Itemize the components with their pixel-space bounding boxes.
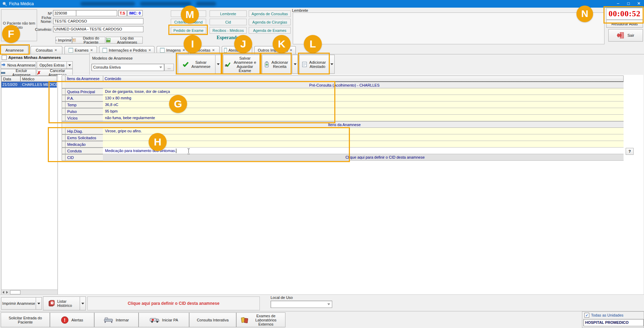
grid-value-vicios[interactable]: não fuma, bebe regularmente <box>103 115 624 121</box>
maximize-button[interactable]: □ <box>623 0 634 8</box>
new-anamnese-icon <box>1 63 6 67</box>
close-tab-icon[interactable]: ✕ <box>183 48 185 52</box>
grid-col-itens[interactable]: Ítens da Anamnese <box>65 76 103 82</box>
ficha-input[interactable]: 329098 <box>53 10 76 16</box>
imprimir-anamnese-button[interactable]: Imprimir Anamnese <box>1 297 36 310</box>
imprimir-anamnese-dropdown[interactable] <box>36 297 42 310</box>
history-col-data[interactable]: Data <box>1 76 20 82</box>
ts-button[interactable]: T.S <box>118 10 127 16</box>
alertas-button[interactable]: ! Alertas <box>50 312 94 327</box>
modelos-more-button[interactable]: ... <box>164 64 174 71</box>
annotation-badge-h: H <box>149 133 167 151</box>
todas-unidades-checkbox[interactable]: ✓ Todas as Unidades <box>584 313 624 318</box>
internar-button[interactable]: Internar <box>94 312 139 327</box>
log-das-anamneses-button[interactable]: ACTLOG Log das Anamneses <box>106 37 143 44</box>
grid-label-pulso[interactable]: Pulso <box>65 108 103 115</box>
agenda-de-cirurgias-button[interactable]: Agenda de Cirurgias <box>249 19 291 25</box>
grid-label-queixa[interactable]: Queixa Principal <box>65 88 103 95</box>
grid-value-hipdiag[interactable]: Virose, gripe ou afins. <box>103 128 624 134</box>
history-col-medico[interactable]: Médico <box>20 76 57 82</box>
svg-text:!: ! <box>64 317 65 323</box>
grid-label-medicacao[interactable]: Medicação <box>65 141 103 148</box>
solicitar-entrada-button[interactable]: Solicitar Entrada do Paciente <box>1 312 50 327</box>
redacted-title-text <box>196 2 216 6</box>
salvar-anamnese-dropdown[interactable] <box>215 55 221 74</box>
grid-label-conduta[interactable]: Conduta <box>65 148 103 154</box>
tab-consultas[interactable]: Consultas✕ <box>30 46 62 54</box>
restaurar-abas-button[interactable]: Restaurar Abas <box>606 20 643 28</box>
grid-label-exms[interactable]: Exms Solicitados <box>65 134 103 141</box>
help-button[interactable]: ? <box>626 148 634 155</box>
chevron-down-icon <box>330 63 333 65</box>
sair-button[interactable]: Sair <box>608 29 643 42</box>
modelos-combobox[interactable]: Consulta Eletiva <box>91 64 164 71</box>
nova-anamnese-button[interactable]: Nova Anamnese <box>1 61 36 69</box>
patient-card-icon <box>72 38 76 42</box>
close-tab-icon[interactable]: ✕ <box>290 48 292 52</box>
svg-text:a: a <box>225 63 227 67</box>
iniciar-pa-button[interactable]: Iniciar PA <box>139 312 189 327</box>
consulta-interativa-button[interactable]: Consulta Interativa <box>189 312 236 327</box>
adicionar-receita-button[interactable]: Adicionar Receita <box>262 55 291 74</box>
cid-warning-bar[interactable]: Clique aqui para definir o CID desta ana… <box>87 296 260 310</box>
adicionar-atestado-dropdown[interactable] <box>329 55 335 74</box>
grid-label-temp[interactable]: Temp <box>65 101 103 108</box>
exit-icon <box>617 32 624 38</box>
grid-value-exms[interactable] <box>103 134 624 141</box>
grid-value-queixa[interactable]: Dor de garganta, tosse, dor de cabeça <box>103 88 624 95</box>
convenio-label: Convênio: <box>35 27 52 32</box>
grid-cid-placeholder[interactable]: Clique aqui para definir o CID desta ana… <box>103 154 624 161</box>
grid-col-conteudo[interactable]: Conteúdo <box>103 76 624 82</box>
ficha-secondary-input[interactable] <box>76 10 117 16</box>
salvar-e-aguardar-exame-button[interactable]: a Salvar Anamnese e Aguardar Exame <box>223 55 260 74</box>
apenas-minhas-anamneses-checkbox[interactable]: Apenas Minhas Anamneses <box>2 55 61 60</box>
history-row-selected[interactable]: 21/10/20 CHARLLES MEDICO <box>1 82 57 88</box>
agenda-de-exames-button[interactable]: Agenda de Exames <box>249 27 291 34</box>
checkbox-box[interactable] <box>2 55 7 60</box>
opcoes-extras-button[interactable]: Opções Extras <box>37 61 67 69</box>
checkbox-checked-box[interactable]: ✓ <box>584 313 589 318</box>
close-tab-icon[interactable]: ✕ <box>212 48 215 52</box>
salvar-anamnese-button[interactable]: Salvar Anamnese <box>178 55 216 74</box>
cid-button[interactable]: Cid <box>210 19 247 25</box>
scroll-right-icon[interactable] <box>6 291 8 294</box>
imprimir-button[interactable]: Imprimir <box>55 37 72 44</box>
adicionar-receita-dropdown[interactable] <box>292 55 298 74</box>
grid-value-medicacao[interactable] <box>103 141 624 148</box>
dados-do-paciente-button[interactable]: Dados do Paciente <box>72 37 105 44</box>
adicionar-atestado-button[interactable]: Adicionar Atestado <box>299 55 329 74</box>
close-tab-icon[interactable]: ✕ <box>148 48 151 52</box>
grid-label-hipdiag[interactable]: Hip.Diag. <box>65 128 103 134</box>
close-tab-icon[interactable]: ✕ <box>90 48 93 52</box>
exames-lab-externos-button[interactable]: Exames de Laboratórios Externos <box>236 312 285 327</box>
pedido-de-exame-button[interactable]: Pedido de Exame <box>171 27 206 34</box>
tab-anamnese[interactable]: Anamnese <box>1 45 28 54</box>
chevron-down-icon <box>37 303 40 304</box>
listar-historico-dropdown[interactable] <box>80 296 86 310</box>
nome-input[interactable]: TESTE CARDOSO <box>53 18 143 24</box>
grid-label-pa[interactable]: P.A. <box>65 95 103 101</box>
grid-value-conduta-editing[interactable]: Medicação para tratamento dos sintomas. <box>103 148 624 154</box>
close-button[interactable]: ✕ <box>634 0 644 8</box>
alert-icon: ! <box>61 316 69 324</box>
atestado-doc-icon <box>302 62 307 67</box>
grid-label-vicios[interactable]: Vícios <box>65 115 103 121</box>
chevron-down-icon <box>294 63 297 65</box>
printer-icon <box>56 38 57 42</box>
opcoes-extras-dropdown[interactable] <box>67 61 73 69</box>
check-a-icon: a <box>225 62 230 67</box>
scroll-left-icon[interactable] <box>2 291 4 294</box>
minimize-button[interactable]: – <box>613 0 623 8</box>
local-de-uso-combobox[interactable] <box>271 301 332 308</box>
act-log-icon: ACTLOG <box>106 38 111 43</box>
grid-label-cid[interactable]: CID <box>65 154 103 161</box>
close-tab-icon[interactable]: ✕ <box>54 48 57 52</box>
listar-historico-button[interactable]: Listar Histórico <box>43 296 80 310</box>
convenio-input[interactable]: UNIMED GOIANIA - TESTE CARDOSO <box>53 26 143 32</box>
scrollbar-thumb[interactable] <box>10 290 20 294</box>
lembrete-button[interactable]: Lembrete <box>210 10 247 17</box>
annotation-badge-g: G <box>169 95 187 113</box>
recibos-medicos-button[interactable]: Recibos - Médicos <box>210 27 247 34</box>
agenda-de-consultas-button[interactable]: Agenda de Consultas <box>249 10 291 17</box>
lembrete-panel[interactable] <box>293 12 605 44</box>
